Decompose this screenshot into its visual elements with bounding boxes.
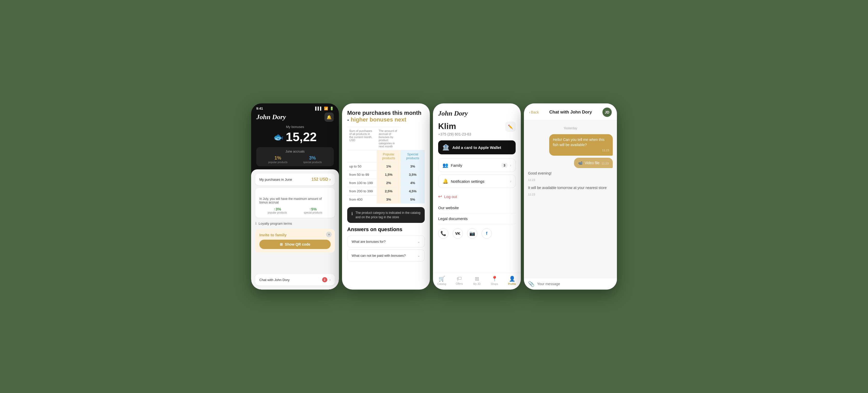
- edit-profile-button[interactable]: ✏️: [505, 121, 516, 132]
- notification-bell[interactable]: 🔔: [324, 112, 334, 122]
- faq-title: Answers on questions: [347, 226, 425, 232]
- instagram-icon[interactable]: 📷: [467, 228, 477, 238]
- logout-label: Log out: [444, 194, 457, 199]
- app-logo: John Dory: [256, 113, 286, 121]
- sent-message-1: Hello! Can you tell me when this fish wi…: [549, 134, 613, 156]
- table-row: from 200 to 399 2,5% 4,5%: [347, 187, 425, 195]
- increase-special-label: special products: [304, 211, 322, 214]
- increase-popular-label: popular products: [268, 211, 287, 214]
- faq-label: What can not be paid with bonuses?: [351, 254, 406, 257]
- qr-button[interactable]: ⊞ Show QR code: [259, 240, 331, 249]
- profile-name: Klim: [438, 121, 471, 131]
- page-title: More purchases this month - higher bonus…: [347, 110, 425, 123]
- sent-message-video: 📹 Video file 11:23: [574, 158, 613, 168]
- website-link[interactable]: Our website: [438, 202, 516, 213]
- apple-wallet-button[interactable]: 🏦 Add a card to Apple Wallet: [438, 140, 516, 155]
- bell-icon: 🔔: [442, 178, 448, 184]
- purchases-label: My purchases in June: [259, 178, 292, 181]
- msg3-time: 11:23: [528, 178, 613, 183]
- fish-icon: 🐟: [273, 132, 284, 142]
- social-row: 📞 VK 📷 f: [438, 224, 516, 243]
- bonuses-table: Sum of purchases of all products in the …: [347, 127, 425, 203]
- shops-icon: 📍: [491, 276, 498, 282]
- info-box: ℹ The product category is indicated in t…: [347, 207, 425, 223]
- bonuses-amount: 15,22: [286, 130, 317, 144]
- chat-badge: 2: [322, 277, 327, 282]
- chevron-down-icon: ⌄: [417, 240, 420, 244]
- faq-item[interactable]: What can not be paid with bonuses? ⌄: [347, 250, 425, 261]
- notification-item[interactable]: 🔔 Notification settings ›: [438, 175, 516, 188]
- popular-label: popular products: [268, 161, 287, 164]
- notifications-section: 🔔 Notification settings ›: [438, 174, 516, 188]
- loyalty-label: Loyalty program terms: [258, 222, 292, 225]
- chevron-right-icon: ›: [510, 179, 511, 183]
- bottom-nav: 🛒 Catalog 🏷 Offers ⊞ My JD 📍 Shops 👤 Pro…: [433, 273, 521, 289]
- message-input[interactable]: [537, 282, 613, 286]
- plain-msg-4: It will be available tomorrow at your ne…: [528, 185, 613, 191]
- nav-profile-active[interactable]: 👤 Profile: [503, 276, 521, 285]
- input-row: 📎: [524, 278, 617, 289]
- col-special: Special products: [401, 150, 425, 162]
- profile-icon: 👤: [509, 276, 516, 282]
- invite-close-button[interactable]: ✕: [326, 232, 332, 237]
- popular-pct: 1%: [268, 156, 287, 161]
- shops-label: Shops: [491, 283, 498, 285]
- chevron-right-icon: ›: [330, 277, 331, 282]
- app-logo: John Dory: [438, 110, 516, 117]
- myjd-icon: ⊞: [475, 276, 479, 282]
- chevron-left-icon: ‹: [529, 110, 530, 114]
- purchases-amount: 152 USD ›: [312, 177, 331, 182]
- family-label: Family: [451, 163, 499, 168]
- qr-icon: ⊞: [280, 242, 283, 246]
- accruals-label: June accruals: [260, 150, 330, 153]
- attach-icon[interactable]: 📎: [528, 281, 534, 287]
- faq-label: What are bonuses for?: [351, 240, 386, 244]
- chat-label: Chat with John Dory: [259, 278, 289, 282]
- myjd-label: My JD: [473, 283, 480, 285]
- table-row: from 50 to 99 1,5% 3,5%: [347, 170, 425, 179]
- legal-link[interactable]: Legal documents: [438, 213, 516, 224]
- video-icon: 📹: [578, 161, 583, 165]
- battery-icon: 🔋: [330, 107, 334, 110]
- nav-offers[interactable]: 🏷 Offers: [451, 276, 468, 285]
- faq-item[interactable]: What are bonuses for? ⌄: [347, 235, 425, 247]
- screen-bonuses-info: More purchases this month - higher bonus…: [342, 104, 430, 289]
- offers-icon: 🏷: [457, 276, 462, 282]
- offers-label: Offers: [456, 282, 463, 285]
- invite-box: ✕ Invite to family ⊞ Show QR code: [255, 229, 335, 253]
- loyalty-row[interactable]: ℹ Loyalty program terms: [255, 220, 335, 226]
- family-icon: 👥: [442, 162, 448, 168]
- info-icon: ℹ: [351, 211, 353, 216]
- msg4-time: 11:23: [528, 193, 613, 197]
- table-col-sum: Sum of purchases of all products in the …: [347, 127, 377, 150]
- table-row: from 100 to 199 2% 4%: [347, 179, 425, 187]
- phone-icon[interactable]: 📞: [438, 228, 448, 238]
- nav-shops[interactable]: 📍 Shops: [486, 276, 503, 285]
- notification-label: Notification settings: [451, 179, 507, 184]
- chat-title: Chat with John Dory: [542, 110, 599, 115]
- profile-phone: +375 (29) 601-23-63: [438, 132, 471, 136]
- purchases-row[interactable]: My purchases in June 152 USD ›: [255, 173, 335, 186]
- family-item[interactable]: 👥 Family 3 ›: [438, 159, 516, 172]
- back-button[interactable]: ‹ Back: [529, 110, 539, 114]
- msg1-time: 11:23: [553, 148, 609, 152]
- nav-myjd[interactable]: ⊞ My JD: [468, 276, 486, 285]
- msg2-time: 11:23: [601, 162, 609, 165]
- nav-catalog[interactable]: 🛒 Catalog: [433, 276, 451, 285]
- bonuses-label: My bonuses: [256, 125, 334, 129]
- wallet-icon: 🏦: [442, 144, 449, 151]
- facebook-icon[interactable]: f: [482, 228, 492, 238]
- col-popular: Popular products: [377, 150, 401, 162]
- catalog-label: Catalog: [437, 283, 446, 285]
- congrats-title: Congratulations!: [259, 192, 331, 196]
- family-section: 👥 Family 3 ›: [438, 159, 516, 172]
- status-bar: 9:41 ▌▌▌ 📶 🔋: [251, 104, 339, 111]
- logout-row[interactable]: ↩ Log out: [438, 191, 516, 202]
- vk-icon[interactable]: VK: [453, 228, 463, 238]
- screen-bonuses: 9:41 ▌▌▌ 📶 🔋 John Dory 🔔 My bonuses 🐟 15…: [251, 104, 339, 289]
- wallet-label: Add a card to Apple Wallet: [452, 145, 501, 150]
- chat-row[interactable]: Chat with John Dory 2 ›: [255, 274, 335, 285]
- special-pct: 3%: [303, 156, 322, 161]
- increase-special-pct: ↑5%: [304, 207, 322, 211]
- info-icon: ℹ: [255, 221, 256, 225]
